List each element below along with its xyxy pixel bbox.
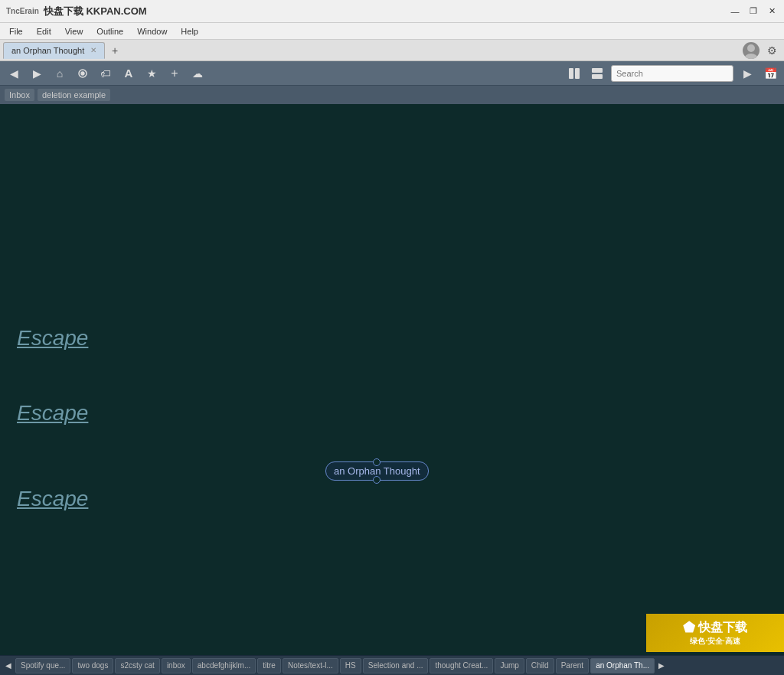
orphan-thought-node[interactable]: an Orphan Thought [325, 461, 429, 481]
menu-help[interactable]: Help [175, 25, 204, 38]
taskbar-tab-orphan[interactable]: an Orphan Th... [590, 658, 655, 673]
tab-close-icon[interactable]: ✕ [90, 46, 96, 54]
title-bar-controls: — ❐ ✕ [729, 5, 778, 18]
watermark-text: 快盘下载 KKPAN.COM [44, 5, 147, 18]
escape-node-2[interactable]: Escape [17, 401, 88, 426]
svg-point-1 [744, 54, 758, 59]
tab-bar: an Orphan Thought ✕ + ⚙ [0, 40, 784, 61]
taskbar-tab-hs[interactable]: HS [340, 658, 361, 673]
svg-rect-7 [592, 74, 603, 79]
svg-rect-4 [569, 68, 573, 79]
svg-rect-6 [592, 68, 603, 73]
menu-edit[interactable]: Edit [31, 25, 57, 38]
layout-btn-1[interactable] [565, 64, 583, 83]
font-button[interactable]: A [119, 64, 138, 83]
back-button[interactable]: ◀ [5, 64, 23, 83]
taskbar-tab-spotify[interactable]: Spotify que... [15, 658, 70, 673]
taskbar-tab-child[interactable]: Child [526, 658, 554, 673]
search-input[interactable] [611, 65, 733, 82]
taskbar-tab-parent[interactable]: Parent [556, 658, 589, 673]
tab-bar-right: ⚙ [743, 41, 781, 60]
breadcrumb-bar: Inbox deletion example [0, 86, 784, 104]
close-button[interactable]: ✕ [766, 5, 778, 18]
settings-icon[interactable]: ⚙ [763, 41, 781, 60]
title-bar-left: TncErain 快盘下载 KKPAN.COM [6, 5, 147, 18]
taskbar-prev-button[interactable]: ◀ [3, 658, 14, 673]
title-bar: TncErain 快盘下载 KKPAN.COM — ❐ ✕ [0, 0, 784, 23]
tag-button[interactable]: 🏷 [96, 64, 115, 83]
taskbar: ◀ Spotify que... two dogs s2csty cat inb… [0, 655, 784, 675]
star-button[interactable]: ★ [142, 64, 161, 83]
main-canvas[interactable]: Escape an Orphan Thought Escape Escape [0, 104, 784, 655]
toolbar-right: ▶ 📅 [565, 64, 779, 83]
menu-file[interactable]: File [3, 25, 29, 38]
minimize-button[interactable]: — [729, 5, 741, 18]
breadcrumb-inbox[interactable]: Inbox [5, 89, 34, 101]
taskbar-tab-notes[interactable]: Notes/text-l... [283, 658, 338, 673]
search-arrow-icon[interactable]: ▶ [738, 64, 756, 83]
cloud-button[interactable]: ☁ [188, 64, 207, 83]
menu-view[interactable]: View [59, 25, 90, 38]
capture-button[interactable] [74, 64, 92, 83]
taskbar-tab-s2csty[interactable]: s2csty cat [115, 658, 159, 673]
tab-orphan-thought[interactable]: an Orphan Thought ✕ [3, 42, 105, 59]
layout-btn-2[interactable] [588, 64, 606, 83]
taskbar-tab-inbox[interactable]: inbox [162, 658, 191, 673]
taskbar-tab-thought-creat[interactable]: thought Creat... [430, 658, 493, 673]
new-tab-button[interactable]: + [108, 44, 122, 57]
menu-outline[interactable]: Outline [90, 25, 129, 38]
breadcrumb-deletion[interactable]: deletion example [38, 89, 110, 101]
avatar [743, 42, 760, 59]
add-button[interactable]: + [165, 64, 184, 83]
calendar-icon[interactable]: 📅 [761, 64, 779, 83]
restore-button[interactable]: ❐ [747, 5, 760, 18]
taskbar-tab-abcdef[interactable]: abcdefghijklm... [192, 658, 256, 673]
home-button[interactable]: ⌂ [51, 64, 69, 83]
taskbar-next-button[interactable]: ▶ [656, 658, 667, 673]
tab-label: an Orphan Thought [11, 46, 84, 55]
taskbar-tab-two-dogs[interactable]: two dogs [72, 658, 113, 673]
taskbar-tab-selection[interactable]: Selection and ... [363, 658, 429, 673]
svg-rect-5 [575, 68, 580, 79]
svg-point-0 [747, 44, 755, 52]
svg-point-3 [81, 72, 84, 75]
escape-node-1[interactable]: Escape [17, 326, 88, 351]
menu-bar: File Edit View Outline Window Help [0, 23, 784, 40]
app-logo: TncErain [6, 7, 39, 15]
toolbar: ◀ ▶ ⌂ 🏷 A ★ + ☁ ▶ 📅 [0, 61, 784, 86]
taskbar-tab-jump[interactable]: Jump [495, 658, 524, 673]
forward-button[interactable]: ▶ [28, 64, 46, 83]
taskbar-tab-titre[interactable]: titre [257, 658, 281, 673]
escape-node-3[interactable]: Escape [17, 487, 88, 511]
menu-window[interactable]: Window [131, 25, 173, 38]
